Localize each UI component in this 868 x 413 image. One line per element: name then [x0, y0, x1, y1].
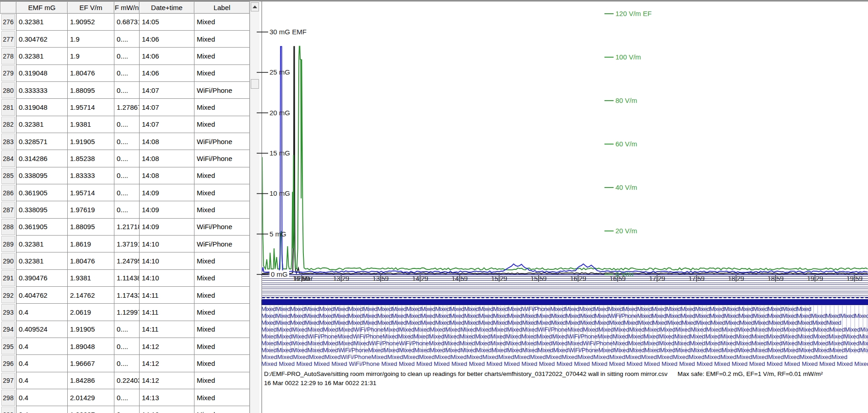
time-cell: 14:11 — [140, 304, 194, 321]
row-number-cell[interactable]: 279 — [0, 65, 16, 82]
emf-cell: 0.32381 — [16, 14, 68, 31]
table-body: 2760.323811.909520.6873114:05Mixed2770.3… — [0, 14, 250, 413]
table-row[interactable]: 2790.3190481.804760....14:06Mixed — [0, 65, 250, 82]
table-row[interactable]: 2850.3380951.833330....14:08Mixed — [0, 167, 250, 184]
label-strip-header-bar — [261, 300, 868, 305]
row-number-cell[interactable]: 296 — [0, 355, 16, 372]
up-arrow-icon — [253, 5, 257, 8]
ef-cell: 1.83333 — [68, 167, 114, 184]
ef-cell: 1.89048 — [68, 338, 114, 355]
rf-cell: 0.... — [114, 150, 140, 167]
row-number-cell[interactable]: 286 — [0, 184, 16, 201]
table-row[interactable]: 2960.41.966670....14:12Mixed — [0, 355, 250, 372]
table-row[interactable]: 2860.3619051.957140....14:09Mixed — [0, 184, 250, 201]
table-row[interactable]: 2910.3904761.93811.1143814:10Mixed — [0, 270, 250, 287]
row-number: 290 — [1, 253, 15, 269]
label-cell: Mixed — [194, 14, 250, 31]
time-cell: 14:08 — [140, 150, 194, 167]
column-header-EMF mG[interactable]: EMF mG — [16, 1, 68, 14]
row-number-cell[interactable]: 292 — [0, 287, 16, 304]
time-tick-label: 12:59 — [294, 275, 310, 282]
row-number-cell[interactable]: 288 — [0, 219, 16, 236]
rf-cell: 1.37191 — [114, 236, 140, 252]
table-row[interactable]: 2920.4047622.147621.1743314:11Mixed — [0, 287, 250, 304]
column-header-row-gutter[interactable] — [0, 1, 16, 14]
label-cell: WiFi/Phone — [194, 133, 250, 150]
table-row[interactable]: 2870.3380951.976190....14:09Mixed — [0, 201, 250, 218]
row-number-cell[interactable]: 299 — [0, 406, 16, 413]
row-number-cell[interactable]: 290 — [0, 252, 16, 269]
row-number-cell[interactable]: 283 — [0, 133, 16, 150]
table-row[interactable]: 2900.323811.804761.2479514:10Mixed — [0, 252, 250, 269]
row-number-cell[interactable]: 277 — [0, 31, 16, 48]
time-axis-band — [262, 275, 868, 300]
row-number-cell[interactable]: 287 — [0, 201, 16, 218]
label-cell: Mixed — [194, 201, 250, 218]
row-number-cell[interactable]: 282 — [0, 116, 16, 133]
row-number-cell[interactable]: 293 — [0, 304, 16, 321]
scrollbar-up-button[interactable] — [251, 2, 259, 11]
file-path: D:/EMF-PRO_AutoSave/sitting room mirror/… — [264, 370, 668, 377]
row-number-cell[interactable]: 278 — [0, 48, 16, 64]
label-strip: MixedMixedMixedMixedMixedMixedMixedMixed… — [261, 306, 868, 367]
row-number: 288 — [1, 219, 15, 235]
table-row[interactable]: 2780.323811.90....14:06Mixed — [0, 48, 250, 64]
emf-cell: 0.4 — [16, 338, 68, 355]
table-row[interactable]: 2970.41.842860.2240314:12Mixed — [0, 372, 250, 389]
row-number-cell[interactable]: 291 — [0, 270, 16, 287]
table-scrollbar[interactable] — [250, 1, 259, 413]
column-header-Label[interactable]: Label — [194, 1, 250, 14]
row-number: 287 — [1, 202, 15, 218]
label-strip-row: MixedMixedMixedMixedMixedMixedMixedMixed… — [261, 319, 868, 326]
rf-cell: 0.... — [114, 48, 140, 64]
row-number: 295 — [1, 338, 15, 354]
column-header-Date+time[interactable]: Date+time — [140, 1, 194, 14]
ef-cell: 1.96667 — [68, 406, 114, 413]
row-number-cell[interactable]: 294 — [0, 321, 16, 338]
table-header-row: EMF mGEF V/mF mW/nDate+timeLabel — [0, 1, 250, 14]
table-row[interactable]: 2770.3047621.90....14:06Mixed — [0, 31, 250, 48]
table-row[interactable]: 2840.3142861.852380....14:08WiFi/Phone — [0, 150, 250, 167]
row-number-cell[interactable]: 285 — [0, 167, 16, 184]
row-number-cell[interactable]: 284 — [0, 150, 16, 167]
row-number-cell[interactable]: 298 — [0, 389, 16, 406]
right-axis-label: 0 V/m — [615, 270, 633, 278]
column-header-F mW/n[interactable]: F mW/n — [114, 1, 140, 14]
table-row[interactable]: 2820.323811.93810....14:07Mixed — [0, 116, 250, 133]
row-number-cell[interactable]: 297 — [0, 372, 16, 389]
row-number: 278 — [1, 48, 15, 64]
rf-cell: 1.17433 — [114, 287, 140, 304]
row-number: 279 — [1, 65, 15, 81]
label-cell: Mixed — [194, 321, 250, 338]
table-row[interactable]: 2800.3333331.880950....14:07WiFi/Phone — [0, 82, 250, 99]
ef-cell: 1.9 — [68, 31, 114, 48]
time-tick-label: 18:59 — [767, 275, 783, 282]
row-number-cell[interactable]: 276 — [0, 14, 16, 31]
label-cell: Mixed — [194, 287, 250, 304]
emf-cell: 0.32381 — [16, 236, 68, 252]
table-row[interactable]: 2890.323811.86191.3719114:10WiFi/Phone — [0, 236, 250, 252]
row-number-cell[interactable]: 289 — [0, 236, 16, 252]
table-row[interactable]: 2830.3285711.919050....14:08WiFi/Phone — [0, 133, 250, 150]
row-number-cell[interactable]: 280 — [0, 82, 16, 99]
time-tick-label: 17:29 — [649, 275, 665, 282]
table-row[interactable]: 2980.42.014290....14:13Mixed — [0, 389, 250, 406]
table-row[interactable]: 2950.41.890480....14:12Mixed — [0, 338, 250, 355]
table-row[interactable]: 2930.42.06191.1299714:11Mixed — [0, 304, 250, 321]
table-row[interactable]: 2810.3190481.957141.2786714:07Mixed — [0, 99, 250, 116]
table-row[interactable]: 2990.41.966670....14:13Mixed — [0, 406, 250, 413]
time-cell: 14:06 — [140, 65, 194, 82]
row-number: 285 — [1, 168, 15, 184]
row-number-cell[interactable]: 281 — [0, 99, 16, 116]
table-row[interactable]: 2760.323811.909520.6873114:05Mixed — [0, 14, 250, 31]
rf-cell: 1.11438 — [114, 270, 140, 287]
table-row[interactable]: 2940.4095241.919050....14:11Mixed — [0, 321, 250, 338]
right-axis-label: 120 V/m EF — [615, 10, 652, 17]
row-number-cell[interactable]: 295 — [0, 338, 16, 355]
scrollbar-thumb[interactable] — [251, 79, 259, 89]
column-header-EF V/m[interactable]: EF V/m — [68, 1, 114, 14]
time-cell: 14:10 — [140, 270, 194, 287]
table-row[interactable]: 2880.3619051.880951.2171814:09WiFi/Phone — [0, 219, 250, 236]
ef-cell: 1.95714 — [68, 184, 114, 201]
rf-cell: 0.22403 — [114, 372, 140, 389]
